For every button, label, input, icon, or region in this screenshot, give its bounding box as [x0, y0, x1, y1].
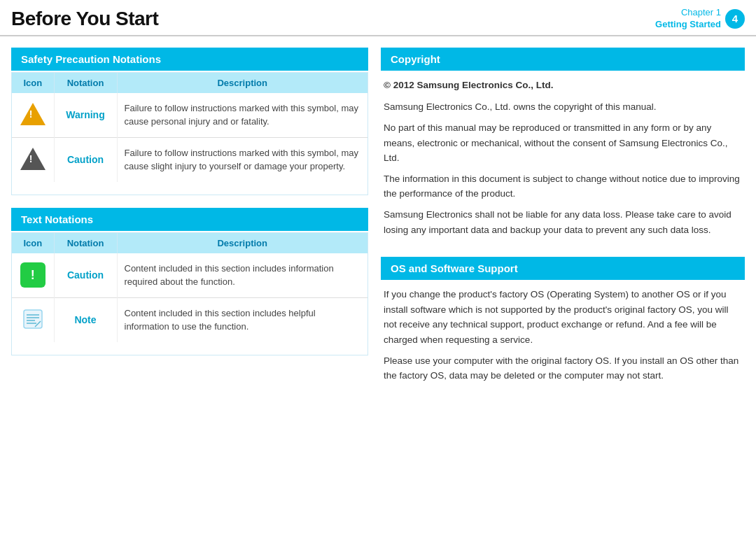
os-para-2: Please use your computer with the origin… [384, 353, 742, 383]
safety-table-header-row: Icon Notation Description [12, 73, 368, 93]
copyright-para-2: No part of this manual may be reproduced… [384, 120, 742, 166]
chapter-number: 4 [725, 9, 745, 29]
caution-notation: Caution [54, 137, 117, 182]
caution-green-cell: ! [12, 253, 54, 298]
text-table: Icon Notation Description ! Caution Cont… [12, 233, 368, 342]
caution-triangle-icon [20, 148, 46, 170]
note-lines-icon [20, 306, 46, 332]
warning-description: Failure to follow instructions marked wi… [117, 93, 368, 138]
warning-icon-cell [12, 93, 54, 138]
os-para-1: If you change the product's factory OS (… [384, 287, 742, 347]
table-row: Caution Failure to follow instructions m… [12, 137, 368, 182]
text-caution-notation: Caution [54, 253, 117, 298]
safety-section: Safety Precaution Notations Icon Notatio… [11, 48, 368, 195]
os-section: OS and Software Support If you change th… [381, 257, 745, 392]
safety-table-wrapper: Icon Notation Description Warning Failur… [11, 72, 368, 195]
copyright-para-4: Samsung Electronics shall not be liable … [384, 207, 742, 237]
right-column: Copyright © 2012 Samsung Electronics Co.… [381, 48, 745, 403]
os-header: OS and Software Support [381, 257, 745, 280]
copyright-para-3: The information in this document is subj… [384, 171, 742, 202]
text-table-wrapper: Icon Notation Description ! Caution Cont… [11, 232, 368, 355]
copyright-header: Copyright [381, 48, 745, 71]
text-table-header-row: Icon Notation Description [12, 233, 368, 253]
note-description: Content included in this section include… [117, 297, 368, 342]
text-notations-header: Text Notations [11, 208, 368, 231]
table-row: Note Content included in this section in… [12, 297, 368, 342]
svg-rect-0 [24, 310, 42, 328]
copyright-para-1: Samsung Electronics Co., Ltd. owns the c… [384, 99, 742, 115]
caution-green-icon: ! [20, 262, 46, 288]
safety-header: Safety Precaution Notations [11, 48, 368, 71]
caution-icon-cell [12, 137, 54, 182]
page-header: Before You Start Chapter 1 Getting Start… [0, 0, 756, 36]
copyright-content: © 2012 Samsung Electronics Co., Ltd. Sam… [381, 71, 745, 246]
table-row: ! Caution Content included in this secti… [12, 253, 368, 298]
text-col-description: Description [117, 233, 368, 253]
text-notations-section: Text Notations Icon Notation Description [11, 208, 368, 355]
chapter-info: Chapter 1 Getting Started 4 [655, 7, 745, 31]
note-icon-cell [12, 297, 54, 342]
warning-notation: Warning [54, 93, 117, 138]
safety-col-icon: Icon [12, 73, 54, 93]
note-notation: Note [54, 297, 117, 342]
warning-triangle-icon [20, 103, 46, 125]
copyright-section: Copyright © 2012 Samsung Electronics Co.… [381, 48, 745, 246]
text-caution-description: Content included in this section include… [117, 253, 368, 298]
text-col-notation: Notation [54, 233, 117, 253]
text-col-icon: Icon [12, 233, 54, 253]
safety-col-notation: Notation [54, 73, 117, 93]
main-content: Safety Precaution Notations Icon Notatio… [0, 36, 756, 414]
table-row: Warning Failure to follow instructions m… [12, 93, 368, 138]
safety-col-description: Description [117, 73, 368, 93]
copyright-owner: © 2012 Samsung Electronics Co., Ltd. [384, 78, 742, 93]
os-content: If you change the product's factory OS (… [381, 280, 745, 392]
page-title: Before You Start [11, 8, 158, 30]
caution-description: Failure to follow instructions marked wi… [117, 137, 368, 182]
chapter-text: Chapter 1 Getting Started [655, 7, 721, 31]
safety-table: Icon Notation Description Warning Failur… [12, 73, 368, 182]
left-column: Safety Precaution Notations Icon Notatio… [11, 48, 368, 403]
